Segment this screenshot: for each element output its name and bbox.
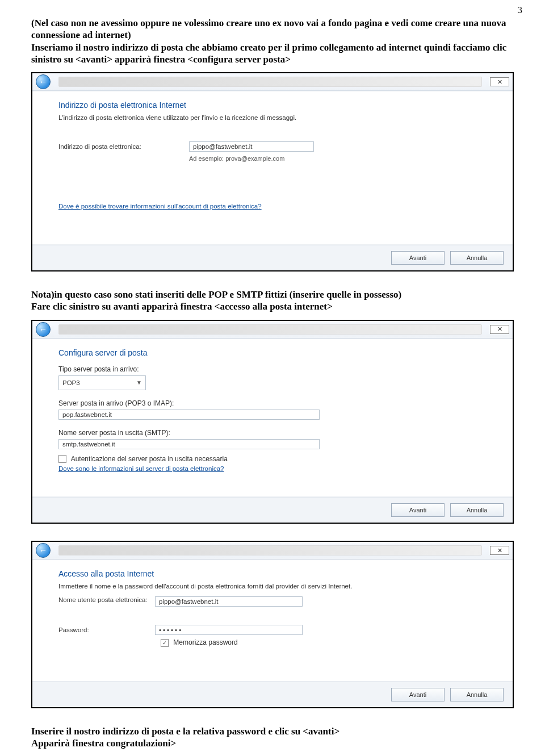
dialog-configure-server: ← ✕ Configura server di posta Tipo serve… (31, 320, 514, 524)
next-button[interactable]: Avanti (391, 251, 445, 265)
close-button[interactable]: ✕ (490, 77, 509, 86)
cancel-button[interactable]: Annulla (450, 251, 504, 265)
label-password: Password: (58, 626, 149, 633)
next-button[interactable]: Avanti (391, 503, 445, 517)
hint-example: Ad esempio: prova@example.com (189, 155, 501, 162)
label-username: Nome utente posta elettronica: (58, 596, 149, 604)
help-link-server[interactable]: Dove sono le informazioni sul server di … (58, 465, 224, 472)
page-number: 3 (518, 5, 523, 16)
back-button[interactable]: ← (36, 322, 51, 337)
paragraph-3b: Fare clic sinistro su avanti apparirà fi… (31, 300, 514, 312)
arrow-left-icon: ← (39, 77, 47, 86)
title-placeholder (58, 545, 482, 555)
paragraph-1: (Nel caso non ne avessimo oppure ne vole… (31, 17, 514, 41)
label-remember: Memorizza password (173, 638, 237, 646)
paragraph-3a: Nota)in questo caso sono stati inseriti … (31, 289, 514, 300)
paragraph-4a: Inserire il nostro indirizzo di posta e … (31, 725, 514, 737)
auth-checkbox[interactable] (58, 455, 66, 463)
dialog-heading: Indirizzo di posta elettronica Internet (58, 101, 501, 110)
dialog-heading: Accesso alla posta Internet (58, 569, 501, 578)
back-button[interactable]: ← (36, 543, 51, 558)
title-placeholder (58, 77, 482, 87)
dialog-email-address: ← ✕ Indirizzo di posta elettronica Inter… (31, 72, 514, 272)
arrow-left-icon: ← (39, 546, 47, 555)
close-button[interactable]: ✕ (490, 325, 509, 334)
server-type-select[interactable]: POP3 ▼ (58, 375, 146, 390)
username-input[interactable]: pippo@fastwebnet.it (155, 596, 303, 607)
paragraph-2: Inseriamo il nostro indirizzo di posta c… (31, 41, 514, 66)
back-button[interactable]: ← (36, 74, 51, 89)
close-button[interactable]: ✕ (490, 546, 509, 555)
title-placeholder (58, 324, 482, 335)
email-input[interactable]: pippo@fastwebnet.it (189, 141, 314, 152)
label-auth: Autenticazione del server posta in uscit… (71, 455, 228, 463)
help-link-email[interactable]: Dove è possibile trovare informazioni su… (58, 203, 262, 210)
dialog-heading: Configura server di posta (58, 348, 501, 357)
next-button[interactable]: Avanti (391, 688, 445, 701)
dialog-subtext: L'indirizzo di posta elettronica viene u… (58, 114, 501, 121)
dialog-subtext: Immettere il nome e la password dell'acc… (58, 583, 501, 590)
label-email: Indirizzo di posta elettronica: (58, 143, 183, 150)
outgoing-server-input[interactable]: smtp.fastwebnet.it (58, 439, 320, 449)
chevron-down-icon: ▼ (136, 379, 142, 386)
label-incoming-server: Server posta in arrivo (POP3 o IMAP): (58, 399, 501, 407)
label-server-type: Tipo server posta in arrivo: (58, 365, 501, 373)
incoming-server-input[interactable]: pop.fastwebnet.it (58, 410, 320, 420)
close-icon: ✕ (497, 548, 502, 554)
remember-password-checkbox[interactable]: ✓ (161, 639, 169, 647)
cancel-button[interactable]: Annulla (450, 503, 504, 517)
close-icon: ✕ (497, 79, 502, 85)
password-input[interactable]: •••••• (155, 625, 303, 635)
close-icon: ✕ (497, 326, 502, 332)
paragraph-4b: Apparirà finestra congratulazioni> (31, 737, 514, 749)
server-type-value: POP3 (62, 379, 80, 386)
cancel-button[interactable]: Annulla (450, 688, 504, 701)
arrow-left-icon: ← (39, 325, 47, 334)
label-outgoing-server: Nome server posta in uscita (SMTP): (58, 429, 501, 437)
dialog-internet-login: ← ✕ Accesso alla posta Internet Immetter… (31, 541, 514, 708)
check-icon: ✓ (162, 640, 167, 646)
